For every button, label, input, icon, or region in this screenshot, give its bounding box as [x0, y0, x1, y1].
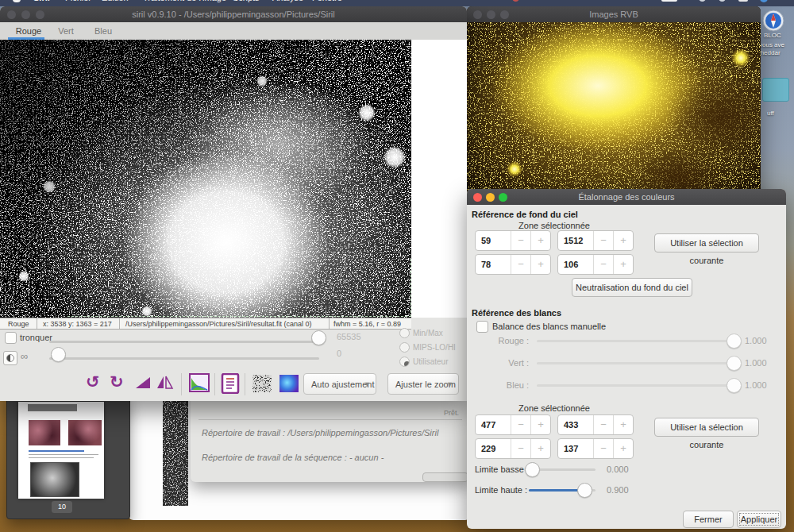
link-icon[interactable]: ∞ [21, 350, 28, 362]
spin-minus-button[interactable]: − [511, 231, 530, 250]
siril-titlebar[interactable]: siril v0.9.10 - /Users/philippemingasson… [0, 6, 467, 22]
white-y-spinbox[interactable]: 433 − + [557, 414, 634, 435]
apply-button[interactable]: Appliquer [737, 511, 781, 528]
siril-window[interactable]: siril v0.9.10 - /Users/philippemingasson… [0, 6, 467, 401]
status-channel: Rouge [8, 320, 29, 328]
manual-white-balance-checkbox[interactable] [476, 321, 488, 333]
rvb-titlebar[interactable]: Images RVB [467, 6, 761, 22]
radio-mips[interactable] [399, 342, 410, 353]
spin-plus-button[interactable]: + [613, 415, 633, 434]
image-canvas[interactable] [0, 40, 467, 318]
lo-level-slider[interactable] [49, 357, 319, 360]
minimize-icon[interactable] [487, 10, 495, 19]
rvb-window[interactable]: Images RVB [467, 6, 761, 197]
spin-minus-button[interactable]: − [593, 415, 613, 434]
fit-zoom-dropdown[interactable]: Ajuster le zoom ▼ [387, 373, 459, 395]
close-button[interactable]: Fermer [683, 511, 734, 528]
close-icon[interactable] [7, 10, 16, 19]
zone-label: Zone sélectionnée [499, 221, 610, 230]
menu-scripts[interactable]: Scripts [233, 0, 260, 6]
spin-plus-button[interactable]: + [530, 231, 550, 250]
rotate-cw-icon[interactable]: ↻ [110, 373, 124, 391]
white-h-spinbox[interactable]: 137 − + [557, 438, 634, 459]
page-thumbnail[interactable] [18, 402, 104, 499]
auto-adjust-dropdown[interactable]: Auto ajustement ▼ [303, 373, 376, 395]
grayscale-view-button[interactable] [252, 375, 272, 392]
histogram-icon[interactable] [189, 373, 210, 392]
note-desktop-icon[interactable] [762, 78, 789, 102]
status-icon[interactable] [699, 0, 706, 2]
spin-plus-button[interactable]: + [530, 415, 550, 434]
flip-horizontal-icon[interactable] [133, 375, 152, 391]
rvb-starfield-image [467, 22, 761, 197]
zoom-icon[interactable] [499, 193, 507, 202]
high-limit-knob[interactable] [577, 483, 592, 498]
hi-level-slider[interactable] [49, 341, 319, 343]
minimize-icon[interactable] [21, 10, 30, 19]
preview-window[interactable]: 10 [6, 395, 130, 519]
desktop-icon-label[interactable]: BLOC [764, 32, 781, 39]
blue-slider[interactable] [537, 384, 734, 387]
hi-slider-knob[interactable] [311, 330, 326, 345]
color-calibration-dialog[interactable]: Étalonnage des couleurs Référence de fon… [467, 189, 786, 529]
tab-bleu[interactable]: Bleu [89, 22, 118, 40]
spin-minus-button[interactable]: − [593, 231, 613, 250]
minimize-icon[interactable] [486, 193, 495, 202]
status-red-icon[interactable] [512, 0, 519, 2]
spin-plus-button[interactable]: + [530, 439, 550, 458]
spotlight-icon[interactable] [719, 0, 726, 2]
spin-plus-button[interactable]: + [613, 255, 633, 274]
menu-edition[interactable]: Édition [102, 0, 129, 6]
close-icon[interactable] [473, 10, 482, 19]
green-slider-knob[interactable] [727, 356, 742, 371]
white-w-spinbox[interactable]: 229 − + [475, 438, 551, 459]
spin-plus-button[interactable]: + [530, 255, 550, 274]
close-icon[interactable] [473, 193, 482, 202]
bg-x-spinbox[interactable]: 59 − + [475, 230, 551, 251]
radio-user[interactable] [399, 357, 410, 367]
compass-desktop-icon[interactable] [762, 10, 784, 32]
zoom-icon[interactable] [36, 10, 44, 19]
false-color-view-button[interactable] [279, 375, 299, 392]
apple-menu-icon[interactable] [13, 0, 21, 2]
bg-y-spinbox[interactable]: 1512 − + [557, 230, 634, 251]
spin-minus-button[interactable]: − [593, 439, 613, 458]
tab-vert[interactable]: Vert [52, 22, 79, 40]
fits-header-icon[interactable] [221, 373, 240, 394]
rotate-ccw-icon[interactable]: ↺ [86, 373, 100, 391]
menu-analyse[interactable]: Analyse [272, 0, 303, 6]
green-slider[interactable] [537, 362, 734, 364]
bg-h-spinbox[interactable]: 106 − + [557, 254, 634, 275]
spin-minus-button[interactable]: − [511, 415, 530, 434]
red-slider[interactable] [537, 340, 734, 342]
menu-fichier[interactable]: Fichier [65, 0, 91, 6]
menu-traitement[interactable]: Traitement de l'image [143, 0, 226, 6]
white-x-spinbox[interactable]: 477 − + [475, 414, 551, 435]
spin-plus-button[interactable]: + [613, 439, 633, 458]
selection-rectangle[interactable] [67, 259, 411, 317]
red-slider-knob[interactable] [727, 333, 742, 349]
menu-bar: Siril Fichier Édition Traitement de l'im… [0, 0, 794, 6]
spin-minus-button[interactable]: − [593, 255, 613, 274]
spin-value: 59 [476, 231, 511, 250]
dialog-titlebar[interactable]: Étalonnage des couleurs [467, 189, 786, 205]
blue-slider-knob[interactable] [727, 378, 742, 393]
bg-w-spinbox[interactable]: 78 − + [475, 254, 551, 275]
flip-vertical-icon[interactable] [156, 375, 175, 391]
spin-plus-button[interactable]: + [613, 231, 633, 250]
use-current-selection-button-white[interactable]: Utiliser la sélection courante [654, 418, 759, 437]
truncate-checkbox[interactable] [5, 332, 17, 344]
menu-siril[interactable]: Siril [33, 0, 50, 6]
spin-minus-button[interactable]: − [511, 255, 530, 274]
contrast-button[interactable] [3, 351, 17, 365]
lo-slider-knob[interactable] [51, 347, 66, 362]
low-limit-knob[interactable] [525, 462, 540, 477]
notification-icon[interactable] [738, 0, 748, 2]
radio-minmax[interactable] [399, 328, 410, 338]
zoom-icon[interactable] [500, 10, 509, 19]
spin-minus-button[interactable]: − [511, 439, 530, 458]
bluetooth-status-icon[interactable] [760, 0, 768, 2]
use-current-selection-button-bg[interactable]: Utiliser la sélection courante [654, 233, 759, 253]
background-neutralization-button[interactable]: Neutralisation du fond du ciel [572, 278, 692, 297]
menu-fenetre[interactable]: Fenêtre [312, 0, 342, 6]
